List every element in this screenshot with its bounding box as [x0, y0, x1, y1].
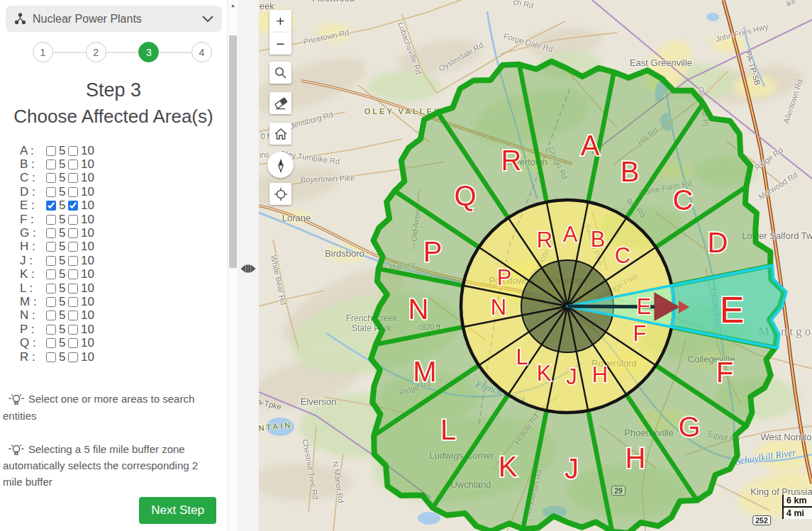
step-3[interactable]: 3	[138, 42, 159, 62]
checkbox-B-10[interactable]	[68, 160, 78, 169]
buffer-10-label: 10	[81, 171, 94, 185]
area-letter-label: A :	[20, 144, 46, 158]
checkbox-H-5[interactable]	[46, 242, 56, 252]
panel-resize-handle[interactable]	[241, 263, 255, 277]
checkbox-C-5[interactable]	[46, 173, 56, 183]
eraser-button[interactable]	[269, 92, 291, 114]
checkbox-J-10[interactable]	[68, 256, 78, 266]
buffer-5-label: 5	[59, 308, 68, 323]
step-connector	[159, 52, 191, 53]
checkbox-J-5[interactable]	[46, 256, 56, 266]
next-step-button[interactable]: Next Step	[139, 497, 216, 524]
area-letter-label: P :	[20, 323, 46, 337]
buffer-5-label: 5	[59, 226, 68, 240]
home-icon	[274, 127, 288, 141]
checkbox-P-5[interactable]	[46, 325, 56, 335]
checkbox-R-5[interactable]	[46, 352, 56, 362]
scrollbar-thumb[interactable]	[229, 35, 237, 268]
checkbox-N-10[interactable]	[68, 311, 78, 320]
area-letter-label: D :	[20, 185, 46, 199]
checkbox-D-10[interactable]	[68, 187, 78, 197]
app: Nuclear Power Plants 1234 Step 3 Choose …	[0, 0, 812, 531]
checkbox-H-10[interactable]	[68, 242, 78, 252]
area-checkbox-list: A :510B :510C :510D :510E :510F :510G :5…	[20, 144, 227, 364]
minus-icon: −	[276, 35, 284, 52]
map-toolbar: + −	[269, 10, 294, 213]
area-row-F: F :510	[20, 213, 227, 226]
checkbox-A-5[interactable]	[46, 146, 56, 156]
buffer-10-label: 10	[81, 295, 94, 309]
checkbox-R-10[interactable]	[68, 352, 78, 362]
buffer-5-label: 5	[59, 157, 68, 172]
locate-button[interactable]	[269, 183, 291, 205]
crosshair-icon	[274, 187, 288, 201]
sidebar-scrollbar[interactable]: ▲	[227, 0, 238, 531]
buffer-10-label: 10	[81, 144, 94, 158]
step-4[interactable]: 4	[191, 42, 212, 62]
area-letter-label: F :	[20, 213, 46, 227]
tip-select-areas: Select one or more areas to search entit…	[3, 391, 216, 424]
buffer-10-label: 10	[81, 199, 94, 213]
map-scalebar: 6 km 4 mi	[782, 495, 812, 519]
checkbox-C-10[interactable]	[68, 173, 78, 183]
layer-selector-label: Nuclear Power Plants	[33, 13, 202, 26]
checkbox-E-10[interactable]	[68, 201, 78, 211]
checkbox-F-10[interactable]	[68, 215, 78, 225]
checkbox-G-5[interactable]	[46, 228, 56, 238]
buffer-5-label: 5	[59, 185, 68, 199]
checkbox-K-5[interactable]	[46, 269, 56, 279]
checkbox-N-5[interactable]	[46, 311, 56, 320]
search-button[interactable]	[269, 62, 291, 84]
checkbox-P-10[interactable]	[68, 325, 78, 335]
area-row-L: L :510	[20, 281, 227, 295]
buffer-5-label: 5	[59, 267, 68, 281]
area-letter-label: E :	[20, 199, 46, 213]
checkbox-M-5[interactable]	[46, 297, 56, 307]
layer-selector-dropdown[interactable]: Nuclear Power Plants	[6, 6, 222, 32]
area-row-G: G :510	[20, 226, 227, 240]
area-row-K: K :510	[20, 268, 227, 281]
buffer-10-label: 10	[81, 213, 94, 227]
area-letter-label: K :	[20, 267, 46, 281]
panel-divider	[238, 0, 259, 531]
zoom-out-button[interactable]: −	[269, 32, 291, 55]
search-icon	[274, 66, 287, 79]
checkbox-M-10[interactable]	[68, 297, 78, 307]
area-row-M: M :510	[20, 295, 227, 308]
buffer-5-label: 5	[59, 323, 68, 337]
tip-text: Select one or more areas to search entit…	[3, 393, 194, 421]
page-title: Choose Affected Area(s)	[0, 106, 227, 128]
area-letter-label: B :	[20, 157, 46, 172]
buffer-5-label: 5	[59, 171, 68, 185]
buffer-10-label: 10	[81, 157, 94, 172]
buffer-5-label: 5	[59, 199, 68, 213]
buffer-10-label: 10	[81, 226, 94, 240]
buffer-10-label: 10	[81, 185, 94, 199]
checkbox-Q-10[interactable]	[68, 338, 78, 348]
checkbox-L-10[interactable]	[68, 284, 78, 294]
compass-button[interactable]	[267, 152, 294, 178]
zoom-in-button[interactable]: +	[269, 10, 291, 32]
step-2[interactable]: 2	[86, 42, 106, 62]
home-button[interactable]	[269, 123, 291, 145]
checkbox-F-5[interactable]	[46, 215, 56, 225]
checkbox-D-5[interactable]	[46, 187, 56, 197]
buffer-10-label: 10	[81, 336, 94, 350]
checkbox-E-5[interactable]	[46, 201, 56, 211]
buffer-5-label: 5	[59, 350, 68, 364]
buffer-5-label: 5	[59, 281, 68, 296]
buffer-10-label: 10	[81, 350, 94, 364]
checkbox-G-10[interactable]	[68, 228, 78, 238]
area-letter-label: L :	[20, 281, 46, 296]
checkbox-L-5[interactable]	[46, 284, 56, 294]
checkbox-A-10[interactable]	[68, 146, 78, 156]
checkbox-K-10[interactable]	[68, 269, 78, 279]
scrollbar-up-arrow[interactable]: ▲	[228, 3, 238, 8]
map-base-layer	[259, 0, 812, 531]
step-1[interactable]: 1	[33, 42, 53, 62]
checkbox-Q-5[interactable]	[46, 338, 56, 348]
area-row-R: R :510	[20, 350, 227, 364]
area-letter-label: R :	[20, 350, 46, 364]
map-canvas[interactable]: FleetwoodEast GreenvilleLoraneBirdsboroB…	[259, 0, 812, 531]
checkbox-B-5[interactable]	[46, 160, 56, 169]
